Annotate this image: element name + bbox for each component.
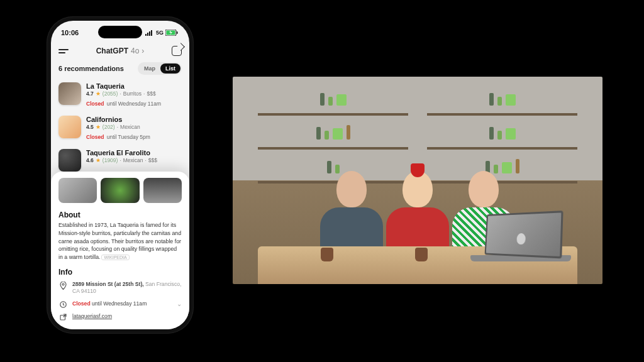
chevron-right-icon: › — [142, 47, 144, 55]
result-thumbnail — [58, 149, 81, 172]
list-item[interactable]: Californios 4.5★ (202)· Mexican Closed u… — [57, 112, 183, 145]
info-address[interactable]: 2889 Mission St (at 25th St), San Franci… — [58, 278, 182, 298]
result-meta: 4.5★ (202)· Mexican — [86, 124, 150, 130]
clock-icon — [58, 300, 67, 308]
star-icon: ★ — [96, 124, 101, 130]
photo-thumbnail[interactable] — [143, 178, 182, 203]
video-panel — [233, 77, 602, 284]
laptop — [470, 212, 565, 269]
star-icon: ★ — [96, 157, 101, 163]
title-model: 4o — [131, 47, 139, 55]
svg-rect-3 — [151, 30, 152, 36]
info-heading: Info — [58, 268, 182, 277]
mug — [415, 248, 428, 261]
svg-rect-1 — [147, 33, 148, 36]
svg-point-7 — [62, 283, 64, 285]
svg-rect-0 — [145, 34, 147, 36]
phone-screen: 10:06 5G ChatGPT 4o › 6 recommendations — [51, 21, 189, 329]
result-name: Californios — [86, 116, 150, 123]
info-hours[interactable]: Closed until Wednesday 11am ⌄ — [58, 298, 182, 310]
dynamic-island — [98, 26, 142, 38]
list-item[interactable]: Taqueria El Farolito 4.6★ (1909)· Mexica… — [57, 145, 183, 175]
result-status: Closed until Tuesday 5pm — [86, 130, 150, 141]
header-title[interactable]: ChatGPT 4o › — [96, 47, 145, 55]
result-status: Closed until Wednesday 11am — [86, 97, 161, 108]
apple-logo-icon — [516, 233, 526, 244]
menu-button[interactable] — [58, 49, 69, 53]
compose-button[interactable] — [172, 46, 182, 56]
source-badge[interactable]: WIKIPEDIA — [101, 255, 129, 260]
recommendations-bar: 6 recommendations Map List — [51, 61, 189, 79]
star-icon: ★ — [96, 90, 101, 97]
photo-thumbnail[interactable] — [101, 178, 139, 203]
view-toggle: Map List — [138, 62, 182, 75]
about-text: Established in 1973, La Taqueria is fame… — [58, 221, 182, 261]
about-heading: About — [58, 211, 182, 219]
battery-icon — [165, 30, 178, 36]
status-network: 5G — [156, 30, 164, 36]
mug — [321, 248, 333, 261]
title-main: ChatGPT — [96, 47, 128, 55]
phone-frame: 10:06 5G ChatGPT 4o › 6 recommendations — [47, 16, 194, 334]
recommendations-count: 6 recommendations — [58, 65, 124, 72]
result-thumbnail — [58, 116, 81, 138]
toggle-map[interactable]: Map — [139, 63, 160, 74]
external-link-icon — [58, 313, 67, 321]
result-meta: 4.7★ (2055)· Burritos·$$$ — [86, 90, 161, 97]
photo-thumbnail[interactable] — [58, 178, 97, 203]
detail-sheet[interactable]: About Established in 1973, La Taqueria i… — [51, 172, 189, 329]
results-list[interactable]: La Taqueria 4.7★ (2055)· Burritos·$$$ Cl… — [51, 79, 189, 175]
list-item[interactable]: La Taqueria 4.7★ (2055)· Burritos·$$$ Cl… — [57, 79, 183, 112]
photo-strip[interactable] — [58, 178, 182, 203]
app-header: ChatGPT 4o › — [51, 45, 189, 61]
pin-icon — [58, 281, 67, 290]
status-time: 10:06 — [61, 29, 79, 36]
info-website[interactable]: lataqueriasf.com — [58, 310, 182, 323]
result-name: Taqueria El Farolito — [86, 149, 157, 156]
result-meta: 4.6★ (1909)· Mexican·$$$ — [86, 157, 157, 163]
result-thumbnail — [58, 82, 81, 105]
result-name: La Taqueria — [86, 82, 161, 90]
svg-rect-6 — [177, 31, 178, 34]
chevron-down-icon: ⌄ — [177, 300, 182, 307]
signal-icon — [145, 30, 154, 36]
svg-rect-2 — [149, 31, 150, 36]
toggle-list[interactable]: List — [160, 63, 180, 74]
